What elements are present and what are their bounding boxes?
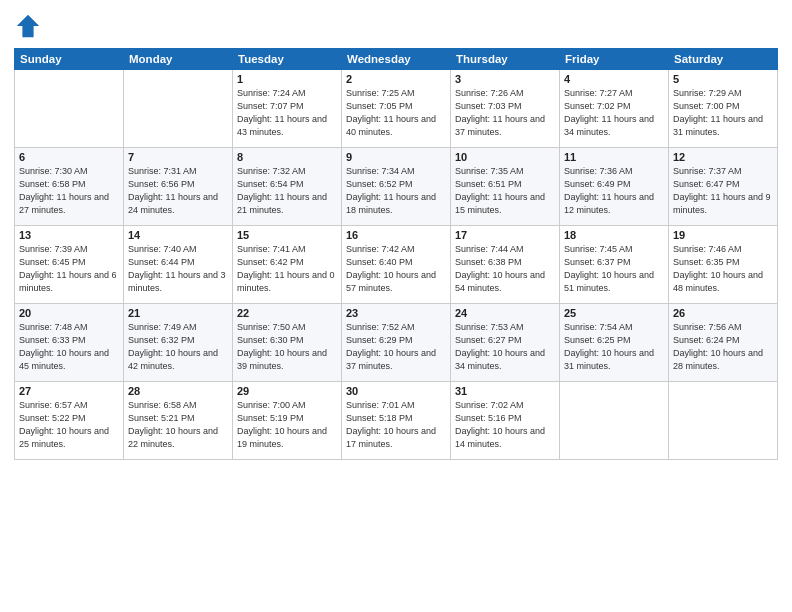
header [14,12,778,40]
day-number: 12 [673,151,773,163]
day-cell: 14Sunrise: 7:40 AMSunset: 6:44 PMDayligh… [124,226,233,304]
day-number: 14 [128,229,228,241]
weekday-header-thursday: Thursday [451,49,560,70]
day-number: 3 [455,73,555,85]
day-cell [669,382,778,460]
weekday-header-friday: Friday [560,49,669,70]
day-number: 17 [455,229,555,241]
day-info: Sunrise: 7:41 AMSunset: 6:42 PMDaylight:… [237,243,337,295]
day-cell: 1Sunrise: 7:24 AMSunset: 7:07 PMDaylight… [233,70,342,148]
day-info: Sunrise: 7:29 AMSunset: 7:00 PMDaylight:… [673,87,773,139]
day-cell: 27Sunrise: 6:57 AMSunset: 5:22 PMDayligh… [15,382,124,460]
day-cell: 23Sunrise: 7:52 AMSunset: 6:29 PMDayligh… [342,304,451,382]
day-cell: 30Sunrise: 7:01 AMSunset: 5:18 PMDayligh… [342,382,451,460]
weekday-header-tuesday: Tuesday [233,49,342,70]
day-cell: 12Sunrise: 7:37 AMSunset: 6:47 PMDayligh… [669,148,778,226]
day-number: 21 [128,307,228,319]
day-info: Sunrise: 7:24 AMSunset: 7:07 PMDaylight:… [237,87,337,139]
week-row-5: 27Sunrise: 6:57 AMSunset: 5:22 PMDayligh… [15,382,778,460]
day-info: Sunrise: 7:50 AMSunset: 6:30 PMDaylight:… [237,321,337,373]
day-info: Sunrise: 7:36 AMSunset: 6:49 PMDaylight:… [564,165,664,217]
week-row-4: 20Sunrise: 7:48 AMSunset: 6:33 PMDayligh… [15,304,778,382]
day-info: Sunrise: 7:27 AMSunset: 7:02 PMDaylight:… [564,87,664,139]
day-info: Sunrise: 7:48 AMSunset: 6:33 PMDaylight:… [19,321,119,373]
day-number: 20 [19,307,119,319]
day-info: Sunrise: 7:56 AMSunset: 6:24 PMDaylight:… [673,321,773,373]
day-info: Sunrise: 7:54 AMSunset: 6:25 PMDaylight:… [564,321,664,373]
week-row-3: 13Sunrise: 7:39 AMSunset: 6:45 PMDayligh… [15,226,778,304]
day-number: 10 [455,151,555,163]
day-info: Sunrise: 7:45 AMSunset: 6:37 PMDaylight:… [564,243,664,295]
day-info: Sunrise: 7:40 AMSunset: 6:44 PMDaylight:… [128,243,228,295]
day-info: Sunrise: 7:01 AMSunset: 5:18 PMDaylight:… [346,399,446,451]
day-number: 27 [19,385,119,397]
day-number: 4 [564,73,664,85]
day-info: Sunrise: 7:44 AMSunset: 6:38 PMDaylight:… [455,243,555,295]
day-cell: 8Sunrise: 7:32 AMSunset: 6:54 PMDaylight… [233,148,342,226]
day-info: Sunrise: 7:42 AMSunset: 6:40 PMDaylight:… [346,243,446,295]
day-info: Sunrise: 7:00 AMSunset: 5:19 PMDaylight:… [237,399,337,451]
day-info: Sunrise: 7:39 AMSunset: 6:45 PMDaylight:… [19,243,119,295]
day-cell [15,70,124,148]
calendar: SundayMondayTuesdayWednesdayThursdayFrid… [14,48,778,460]
day-cell: 5Sunrise: 7:29 AMSunset: 7:00 PMDaylight… [669,70,778,148]
day-cell: 3Sunrise: 7:26 AMSunset: 7:03 PMDaylight… [451,70,560,148]
day-number: 15 [237,229,337,241]
day-number: 5 [673,73,773,85]
day-number: 26 [673,307,773,319]
day-number: 8 [237,151,337,163]
day-cell: 31Sunrise: 7:02 AMSunset: 5:16 PMDayligh… [451,382,560,460]
day-cell: 24Sunrise: 7:53 AMSunset: 6:27 PMDayligh… [451,304,560,382]
day-number: 30 [346,385,446,397]
logo-icon [14,12,42,40]
day-number: 16 [346,229,446,241]
weekday-header-row: SundayMondayTuesdayWednesdayThursdayFrid… [15,49,778,70]
day-info: Sunrise: 7:34 AMSunset: 6:52 PMDaylight:… [346,165,446,217]
day-info: Sunrise: 7:35 AMSunset: 6:51 PMDaylight:… [455,165,555,217]
day-cell: 17Sunrise: 7:44 AMSunset: 6:38 PMDayligh… [451,226,560,304]
day-info: Sunrise: 6:57 AMSunset: 5:22 PMDaylight:… [19,399,119,451]
day-cell: 29Sunrise: 7:00 AMSunset: 5:19 PMDayligh… [233,382,342,460]
day-info: Sunrise: 7:26 AMSunset: 7:03 PMDaylight:… [455,87,555,139]
day-cell [560,382,669,460]
day-cell: 4Sunrise: 7:27 AMSunset: 7:02 PMDaylight… [560,70,669,148]
day-info: Sunrise: 7:32 AMSunset: 6:54 PMDaylight:… [237,165,337,217]
day-number: 11 [564,151,664,163]
day-number: 22 [237,307,337,319]
day-info: Sunrise: 7:53 AMSunset: 6:27 PMDaylight:… [455,321,555,373]
day-info: Sunrise: 7:31 AMSunset: 6:56 PMDaylight:… [128,165,228,217]
day-cell: 22Sunrise: 7:50 AMSunset: 6:30 PMDayligh… [233,304,342,382]
weekday-header-saturday: Saturday [669,49,778,70]
day-info: Sunrise: 7:25 AMSunset: 7:05 PMDaylight:… [346,87,446,139]
day-cell: 20Sunrise: 7:48 AMSunset: 6:33 PMDayligh… [15,304,124,382]
weekday-header-sunday: Sunday [15,49,124,70]
week-row-2: 6Sunrise: 7:30 AMSunset: 6:58 PMDaylight… [15,148,778,226]
weekday-header-monday: Monday [124,49,233,70]
day-cell: 2Sunrise: 7:25 AMSunset: 7:05 PMDaylight… [342,70,451,148]
day-cell: 28Sunrise: 6:58 AMSunset: 5:21 PMDayligh… [124,382,233,460]
day-cell: 18Sunrise: 7:45 AMSunset: 6:37 PMDayligh… [560,226,669,304]
day-number: 29 [237,385,337,397]
day-info: Sunrise: 7:52 AMSunset: 6:29 PMDaylight:… [346,321,446,373]
day-cell: 11Sunrise: 7:36 AMSunset: 6:49 PMDayligh… [560,148,669,226]
day-cell [124,70,233,148]
svg-marker-0 [17,15,39,37]
day-number: 13 [19,229,119,241]
day-cell: 21Sunrise: 7:49 AMSunset: 6:32 PMDayligh… [124,304,233,382]
day-cell: 15Sunrise: 7:41 AMSunset: 6:42 PMDayligh… [233,226,342,304]
day-cell: 16Sunrise: 7:42 AMSunset: 6:40 PMDayligh… [342,226,451,304]
weekday-header-wednesday: Wednesday [342,49,451,70]
day-number: 23 [346,307,446,319]
day-info: Sunrise: 7:30 AMSunset: 6:58 PMDaylight:… [19,165,119,217]
day-number: 9 [346,151,446,163]
day-info: Sunrise: 6:58 AMSunset: 5:21 PMDaylight:… [128,399,228,451]
day-number: 1 [237,73,337,85]
day-cell: 9Sunrise: 7:34 AMSunset: 6:52 PMDaylight… [342,148,451,226]
week-row-1: 1Sunrise: 7:24 AMSunset: 7:07 PMDaylight… [15,70,778,148]
day-cell: 13Sunrise: 7:39 AMSunset: 6:45 PMDayligh… [15,226,124,304]
day-number: 28 [128,385,228,397]
day-number: 6 [19,151,119,163]
day-cell: 25Sunrise: 7:54 AMSunset: 6:25 PMDayligh… [560,304,669,382]
day-info: Sunrise: 7:46 AMSunset: 6:35 PMDaylight:… [673,243,773,295]
day-cell: 19Sunrise: 7:46 AMSunset: 6:35 PMDayligh… [669,226,778,304]
